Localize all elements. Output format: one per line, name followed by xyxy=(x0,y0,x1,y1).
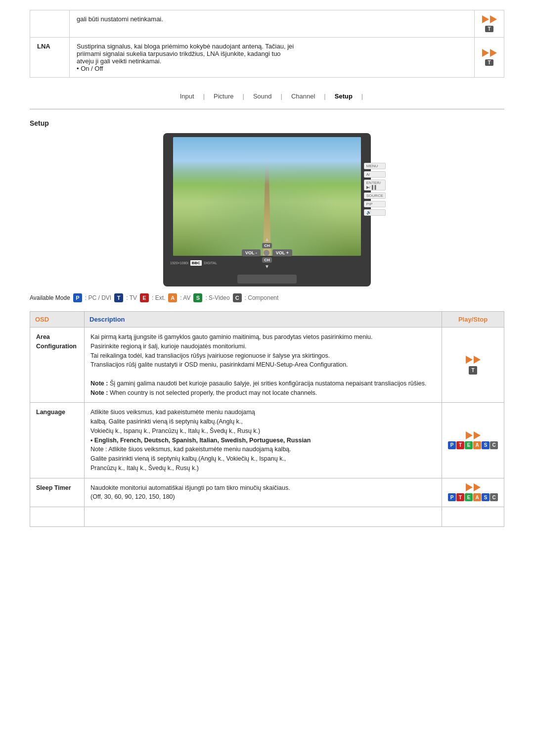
navigation-bar: Input | Picture | Sound | Channel | Setu… xyxy=(30,88,504,104)
vol-minus-btn[interactable]: VOL - xyxy=(242,249,261,256)
t-badge2: T xyxy=(485,59,493,66)
ch-up-icon: ▲ xyxy=(265,236,269,242)
mode-desc-a: : AV xyxy=(180,294,190,301)
nav-sound[interactable]: Sound xyxy=(244,93,281,100)
language-desc: Atlikite šiuos veiksmus, kad pakeistumėt… xyxy=(85,403,442,478)
sleep-badge-c: C xyxy=(490,493,498,501)
area-desc: Kai pirmą kartą įjungsite iš gamyklos ga… xyxy=(85,328,442,403)
lna-desc-line3: atveju ji gali veikti netinkamai. xyxy=(77,57,161,65)
table-row-language: Language Atlikite šiuos veiksmus, kad pa… xyxy=(30,403,504,478)
resolution-text: 1920×1080i xyxy=(170,261,188,265)
nav-sep5: | xyxy=(361,93,363,100)
sleep-play2 xyxy=(474,483,481,491)
sleep-timer-label: Sleep Timer xyxy=(30,478,85,507)
ch-down-icon: ▼ xyxy=(265,264,269,269)
osd-col-header: OSD xyxy=(30,312,85,328)
language-icon: P T E A S C xyxy=(442,403,504,478)
table-row-empty xyxy=(30,507,504,527)
mode-desc-t: : TV xyxy=(126,294,137,301)
row1-label xyxy=(30,10,70,38)
bbc-logo: BBC xyxy=(190,260,202,266)
area-play1 xyxy=(466,356,473,364)
play-icon xyxy=(482,15,489,23)
mode-desc-p: : PC / DVI xyxy=(85,294,111,301)
tv-frame: MENU A/ ENTER/▶/▐▐ SOURCE PIP 🔊 1920×108… xyxy=(163,133,371,286)
enter-button-label: ENTER/▶/▐▐ xyxy=(364,180,386,190)
area-icon: T xyxy=(442,328,504,403)
nav-channel[interactable]: Channel xyxy=(282,93,324,100)
lna-desc-line4: • On / Off xyxy=(77,65,103,72)
badge-a: A xyxy=(473,441,481,449)
language-label: Language xyxy=(30,403,85,478)
vol-row: VOL - VOL + xyxy=(242,249,292,256)
badge-c: C xyxy=(490,441,498,449)
tv-controls: ▲ CH VOL - VOL + CH ▼ xyxy=(242,236,292,269)
empty-cell2 xyxy=(85,507,442,527)
empty-cell3 xyxy=(442,507,504,527)
mode-desc-s: : S-Video xyxy=(205,294,229,301)
ch-down-label: CH xyxy=(262,257,272,263)
badge-e: E xyxy=(465,441,473,449)
table-row: gali būti nustatomi netinkamai. T xyxy=(30,10,504,38)
row1-icon: T xyxy=(475,10,504,38)
row1-desc: gali būti nustatomi netinkamai. xyxy=(70,10,475,38)
badge-s: S xyxy=(482,441,490,449)
mode-badge-p: P xyxy=(73,293,82,302)
area-play2 xyxy=(474,356,481,364)
playstop-col-header: Play/Stop xyxy=(442,312,504,328)
osd-main-table: OSD Description Play/Stop AreaConfigurat… xyxy=(30,311,504,527)
available-modes-bar: Available Mode P : PC / DVI T : TV E : E… xyxy=(30,293,504,302)
lna-icon: T xyxy=(475,38,504,78)
play-icon3 xyxy=(482,49,489,57)
table-row-lna: LNA Sustiprina signalus, kai bloga priėm… xyxy=(30,38,504,78)
badge-p: P xyxy=(448,441,456,449)
top-info-table: gali būti nustatomi netinkamai. T LNA Su… xyxy=(30,10,504,78)
av-button-label: A/ xyxy=(364,171,386,178)
setup-title: Setup xyxy=(30,119,504,127)
digital-text: DIGITAL xyxy=(204,261,217,265)
ch-label: CH xyxy=(262,243,272,248)
vol-plus-btn[interactable]: VOL + xyxy=(272,249,292,256)
sleep-badge-p: P xyxy=(448,493,456,501)
tv-side-buttons: MENU A/ ENTER/▶/▐▐ SOURCE PIP 🔊 xyxy=(364,163,386,216)
lna-play-stop: T xyxy=(482,49,497,66)
center-dot xyxy=(264,250,269,256)
t-badge: T xyxy=(485,26,493,32)
mode-badge-s: S xyxy=(193,293,202,302)
nav-picture[interactable]: Picture xyxy=(205,93,242,100)
mode-badge-a: A xyxy=(168,293,177,302)
osd-table-body: AreaConfiguration Kai pirmą kartą įjungs… xyxy=(30,328,504,527)
mode-desc-c: : Component xyxy=(245,294,279,301)
sleep-timer-desc: Naudokite monitoriui automatiškai išjung… xyxy=(85,478,442,507)
mode-badge-c: C xyxy=(233,293,242,302)
mode-desc-e: : Ext. xyxy=(152,294,165,301)
lang-play-stop xyxy=(448,431,498,439)
nav-setup[interactable]: Setup xyxy=(326,93,361,100)
lna-desc-line1: Sustiprina signalus, kai bloga priėmimo … xyxy=(77,43,294,50)
lang-play2 xyxy=(474,431,481,439)
pip-button-label: PIP xyxy=(364,201,386,207)
section-divider xyxy=(30,109,504,109)
badge-t: T xyxy=(456,441,464,449)
source-button-label: SOURCE xyxy=(364,192,386,199)
sleep-timer-icon: P T E A S C xyxy=(442,478,504,507)
lna-desc-line2: priimami signalai sukelia tarpusavio tri… xyxy=(77,50,281,57)
nav-input[interactable]: Input xyxy=(171,93,203,100)
table-row-sleep-timer: Sleep Timer Naudokite monitoriui automat… xyxy=(30,478,504,507)
play-icon4 xyxy=(490,49,497,57)
sleep-play-stop xyxy=(448,483,498,491)
pteasc-badges: P T E A S C xyxy=(448,441,498,449)
sleep-pteasc-badges: P T E A S C xyxy=(448,493,498,501)
mode-badge-t: T xyxy=(114,293,123,302)
lna-label: LNA xyxy=(30,38,70,78)
tv-image-container: MENU A/ ENTER/▶/▐▐ SOURCE PIP 🔊 1920×108… xyxy=(30,133,504,286)
sleep-badge-s: S xyxy=(482,493,490,501)
osd-table-header: OSD Description Play/Stop xyxy=(30,312,504,328)
mode-badge-e: E xyxy=(140,293,149,302)
lang-play1 xyxy=(466,431,473,439)
sleep-badge-e: E xyxy=(465,493,473,501)
empty-cell1 xyxy=(30,507,85,527)
sleep-badge-a: A xyxy=(473,493,481,501)
lna-desc: Sustiprina signalus, kai bloga priėmimo … xyxy=(70,38,475,78)
area-label: AreaConfiguration xyxy=(30,328,85,403)
